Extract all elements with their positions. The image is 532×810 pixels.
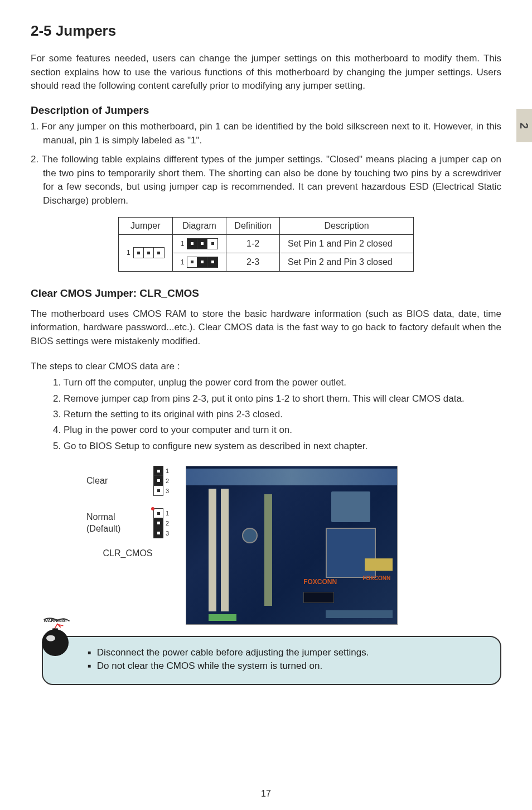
board-brand-logo: FOXCONN xyxy=(362,575,390,581)
clear-label: Clear xyxy=(86,475,131,487)
steps-intro: The steps to clear CMOS data are : xyxy=(31,360,501,374)
description-cell: Set Pin 2 and Pin 3 closed xyxy=(280,253,414,271)
warning-bomb-icon: WARNING! xyxy=(33,616,78,660)
description-item-1: 1. For any jumper on this motherboard, p… xyxy=(31,120,501,147)
diagram-cell: 1 xyxy=(172,253,226,271)
svg-rect-3 xyxy=(52,628,58,633)
chapter-number: 2 xyxy=(518,122,531,128)
svg-point-1 xyxy=(42,629,69,656)
description-heading: Description of Jumpers xyxy=(31,104,501,117)
col-definition: Definition xyxy=(226,217,280,234)
jumper-12-closed-icon: 1 xyxy=(181,238,219,249)
clear-cmos-paragraph: The motherboard uses CMOS RAM to store t… xyxy=(31,307,501,349)
clr-cmos-label: CLR_CMOS xyxy=(86,548,169,558)
warning-box: WARNING! Disconnect the power cable befo… xyxy=(42,636,501,685)
jumper-settings-table: Jumper Diagram Definition Description 1 … xyxy=(118,217,414,272)
normal-pin-icon: 1 2 3 xyxy=(153,508,169,538)
pin-config-figure: Clear 1 2 3 Normal (Default) 1 2 3 C xyxy=(86,466,169,558)
warning-item: Do not clear the CMOS while the system i… xyxy=(88,660,483,672)
table-header-row: Jumper Diagram Definition Description xyxy=(118,217,413,234)
chapter-tab: 2 xyxy=(516,109,532,142)
jumper-23-closed-icon: 1 xyxy=(181,257,219,268)
clear-cmos-heading: Clear CMOS Jumper: CLR_CMOS xyxy=(31,287,501,300)
jumper-cell: 1 xyxy=(118,234,172,271)
steps-list: 1. Turn off the computer, unplug the pow… xyxy=(31,375,501,454)
step-item: 3. Return the setting to its original wi… xyxy=(53,407,501,422)
definition-cell: 1-2 xyxy=(226,234,280,253)
board-brand-logo: FOXCONN xyxy=(303,578,337,586)
step-item: 1. Turn off the computer, unplug the pow… xyxy=(53,375,501,390)
step-item: 2. Remove jumper cap from pins 2-3, put … xyxy=(53,392,501,406)
jumper-base-icon: 1 xyxy=(127,247,165,258)
warning-item: Disconnect the power cable before adjust… xyxy=(88,647,483,658)
description-item-2: 2. The following table explains differen… xyxy=(31,153,501,208)
clear-pin-icon: 1 2 3 xyxy=(153,466,169,496)
figure-row: Clear 1 2 3 Normal (Default) 1 2 3 C xyxy=(31,466,501,625)
definition-cell: 2-3 xyxy=(226,253,280,271)
normal-label: Normal (Default) xyxy=(86,512,131,535)
svg-text:WARNING!: WARNING! xyxy=(43,618,66,623)
section-heading: 2-5 Jumpers xyxy=(31,22,501,40)
step-item: 4. Plug in the power cord to your comput… xyxy=(53,423,501,437)
col-diagram: Diagram xyxy=(172,217,226,234)
diagram-cell: 1 xyxy=(172,234,226,253)
motherboard-photo: FOXCONN FOXCONN xyxy=(186,466,398,625)
step-item: 5. Go to BIOS Setup to configure new sys… xyxy=(53,439,501,454)
description-cell: Set Pin 1 and Pin 2 closed xyxy=(280,234,414,253)
col-jumper: Jumper xyxy=(118,217,172,234)
svg-point-2 xyxy=(46,635,55,641)
page-number: 17 xyxy=(0,789,532,799)
intro-paragraph: For some features needed, users can chan… xyxy=(31,52,501,93)
col-description: Description xyxy=(280,217,414,234)
table-row: 1 1 1-2 Set Pin 1 and Pin 2 closed xyxy=(118,234,413,253)
